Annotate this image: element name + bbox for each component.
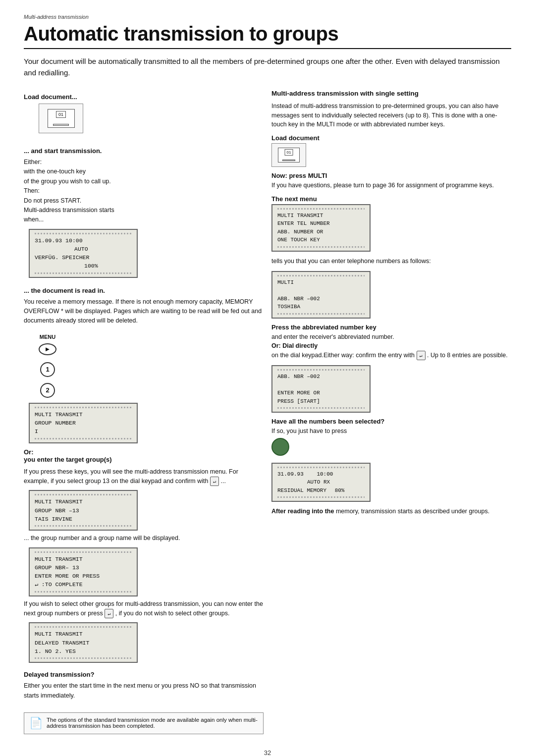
screen-time: 31.09.93 10:00 AUTO RX RESIDUAL MEMORY 8…	[271, 463, 371, 502]
start-transmission-body: Either: with the one-touch key of the gr…	[24, 158, 114, 225]
screen-multi-tel: MULTI TRANSMIT ENTER TEL NUMBER ABB. NUM…	[271, 204, 371, 252]
page: Multi-address transmission Automatic tra…	[0, 0, 535, 756]
main-content: Load document... 01 ... and start transm…	[24, 89, 511, 734]
or-heading: Or:	[24, 448, 34, 456]
target-groups-body: If you press these keys, you will see th…	[24, 467, 264, 486]
select-other-groups-body: If you wish to select other groups for m…	[24, 599, 264, 619]
after-reading-body: After reading into the memory, transmiss…	[271, 507, 511, 516]
page-title: Automatic transmission to groups	[24, 23, 511, 49]
all-selected-heading: Have all the numbers been selected?	[271, 418, 511, 425]
doc-read-heading: ... the document is read in.	[24, 287, 105, 294]
key-2-button[interactable]: 2	[40, 383, 55, 398]
press-abbr-body: and enter the receiver's abbreviated num…	[271, 332, 511, 361]
right-column: Multi-address transmission with single s…	[271, 89, 511, 734]
or-dial-label: Or: Dial directly	[271, 342, 318, 349]
fax-mini-icon: 01	[271, 143, 306, 167]
right-section-title: Multi-address transmission with single s…	[271, 89, 511, 99]
load-doc-right-heading: Load document	[271, 134, 511, 142]
next-menu-heading: The next menu	[271, 195, 511, 203]
screen-delayed: MULTI TRANSMIT DELAYED TRANSMIT 1. NO 2.…	[29, 622, 138, 663]
start-transmission-heading: ... and start transmission.	[24, 147, 102, 155]
menu-key-area: MENU ► 1 2	[39, 334, 56, 398]
load-doc-heading: Load document...	[24, 93, 77, 101]
enter-symbol-2: ↵	[105, 609, 113, 619]
left-column: Load document... 01 ... and start transm…	[24, 89, 264, 734]
now-press-multi-body: If you have questions, please turn to pa…	[271, 181, 511, 190]
breadcrumb: Multi-address transmission	[24, 14, 511, 20]
doc-read-body: You receive a memory message. If there i…	[24, 297, 264, 326]
page-number: 32	[24, 749, 511, 756]
screen-memory: 31.09.93 10:00 AUTO VERFÜG. SPEICHER 100…	[29, 229, 138, 278]
right-section-body: Instead of multi-address transmission to…	[271, 102, 511, 129]
intro-text: Your document will be automatically tran…	[24, 56, 511, 78]
now-press-multi-heading: Now: press MULTI	[271, 172, 511, 179]
screen-abb-enter: ABB. NBR –002 ENTER MORE OR PRESS [START…	[271, 365, 371, 413]
delayed-body: Either you enter the start time in the n…	[24, 681, 264, 701]
screen-multi-abb: MULTI ABB. NBR –002 TOSHIBA	[271, 271, 371, 319]
all-selected-body: If so, you just have to press	[271, 427, 511, 458]
next-menu-body: tells you that you can enter telephone n…	[271, 257, 511, 266]
enter-symbol-right: ↵	[417, 351, 426, 360]
screen-multi-group2: MULTI TRANSMIT GROUP NBR –13 TAIS IRVINE	[29, 490, 138, 531]
enter-target-groups: you enter the target group(s)	[24, 456, 112, 463]
delayed-heading: Delayed transmission?	[24, 671, 94, 678]
key-1-button[interactable]: 1	[40, 362, 55, 377]
screen-multi-enter: MULTI TRANSMIT GROUP NBR– 13 ENTER MORE …	[29, 547, 138, 596]
footer-note: 📄 The options of the standard transmissi…	[24, 712, 264, 734]
note-icon: 📄	[29, 717, 43, 730]
screen-multi-group: MULTI TRANSMIT GROUP NUMBER I	[29, 403, 138, 443]
menu-button[interactable]: ►	[39, 343, 56, 355]
start-key-icon	[271, 438, 289, 456]
fax-device-icon: 01	[39, 104, 83, 133]
group-name-body: ... the group number and a group name wi…	[24, 534, 180, 543]
menu-label: MENU	[40, 334, 55, 340]
enter-symbol: ↵	[210, 477, 219, 486]
press-abbr-heading: Press the abbreviated number key	[271, 324, 511, 331]
